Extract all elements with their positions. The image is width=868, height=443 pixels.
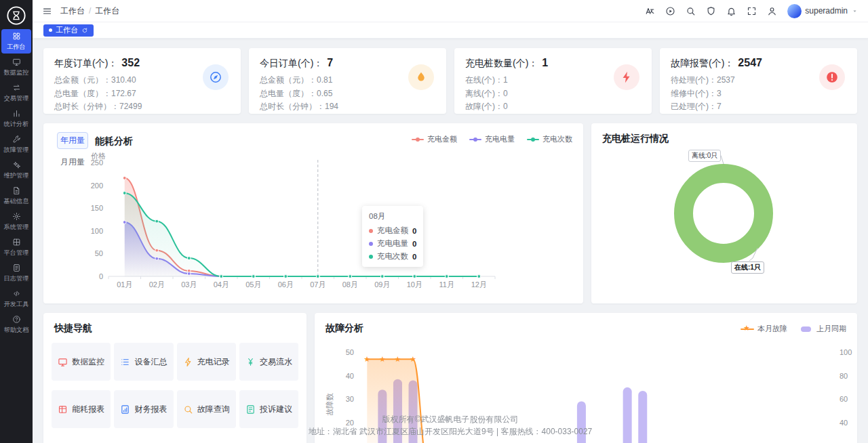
svg-text:08月: 08月	[342, 280, 358, 289]
caret-down-icon	[851, 7, 859, 15]
energy-card-title: 能耗分析	[95, 135, 133, 148]
chart-row: 年用量月用量 能耗分析 充电金额充电电量充电次数 价格0501001502002…	[43, 123, 857, 303]
shield-icon[interactable]	[706, 6, 716, 16]
bolt-icon	[614, 64, 639, 90]
monitor-icon	[12, 58, 21, 66]
stat-card-title: 年度订单(个)：352	[54, 57, 230, 70]
sidebar-item-data-monitor[interactable]: 数据监控	[1, 55, 31, 79]
content: 年度订单(个)：352总金额（元）：310.40总电量（度）：172.67总时长…	[33, 39, 868, 443]
stat-sub-row: 已处理(个)：7	[671, 100, 846, 114]
bell-icon[interactable]	[726, 6, 736, 16]
fault-chart-canvas[interactable]: 01020304050020406080100故障数故障数★★★★★★★★★★★…	[315, 333, 857, 443]
stat-card-fault-alarms: 故障报警(个)：2547待处理(个)：2537维修中(个)：3已处理(个)：7	[660, 48, 857, 114]
log-icon	[12, 263, 21, 272]
legend-label: 本月故障	[757, 324, 787, 334]
quicknav-transactions[interactable]: 交易流水	[239, 343, 298, 381]
code-icon	[12, 289, 21, 298]
svg-text:30: 30	[346, 395, 354, 403]
sidebar: 工作台数据监控交易管理统计分析故障管理维护管理基础信息系统管理平台管理日志管理开…	[0, 0, 33, 443]
drop-icon	[408, 64, 434, 90]
header: 工作台 / 工作台 superadmin	[33, 0, 868, 22]
sidebar-item-label: 维护管理	[4, 171, 29, 180]
report-icon	[120, 404, 130, 415]
quicknav-finance-report[interactable]: 财务报表	[114, 390, 173, 428]
tab-workbench[interactable]: 工作台	[43, 24, 94, 37]
fullscreen-icon[interactable]	[747, 6, 757, 16]
sidebar-item-workbench[interactable]: 工作台	[1, 29, 31, 54]
app-logo[interactable]	[6, 5, 26, 26]
bolt-outline-icon	[183, 357, 193, 367]
pile-label-offline: 离线:0只	[688, 150, 721, 162]
tooltip-row: 充电电量0	[369, 238, 416, 249]
stat-sub-row: 总时长（分钟）：194	[260, 100, 435, 114]
edit-icon	[245, 404, 256, 415]
legend-marker	[527, 137, 539, 142]
quicknav-card: 快捷导航 数据监控设备汇总充电记录交易流水能耗报表财务报表故障查询投诉建议	[43, 313, 307, 443]
trade-icon	[12, 83, 21, 92]
breadcrumb: 工作台 / 工作台	[60, 5, 119, 17]
user-menu[interactable]: superadmin	[787, 4, 859, 18]
sidebar-item-trade[interactable]: 交易管理	[1, 81, 31, 105]
quicknav-fault-query[interactable]: 故障查询	[177, 390, 236, 428]
stat-card-title: 故障报警(个)：2547	[671, 57, 846, 70]
energy-chart-canvas[interactable]: 价格05010015020025001月02月03月04月05月06月07月08…	[54, 150, 570, 294]
sidebar-item-fault[interactable]: 故障管理	[1, 132, 31, 156]
pile-label-online: 在线:1只	[731, 261, 764, 274]
quicknav-charge-records[interactable]: 充电记录	[177, 343, 236, 381]
sidebar-item-maintenance[interactable]: 维护管理	[1, 158, 31, 182]
chart-tooltip: 08月 充电金额0充电电量0充电次数0	[362, 206, 423, 267]
svg-text:0: 0	[99, 272, 103, 280]
svg-text:80: 80	[840, 372, 848, 380]
tab-active-dot	[49, 28, 52, 32]
svg-text:07月: 07月	[310, 280, 326, 289]
sidebar-item-devtools[interactable]: 开发工具	[1, 287, 31, 311]
sidebar-item-platform[interactable]: 平台管理	[1, 235, 31, 259]
quicknav-device-summary[interactable]: 设备汇总	[114, 343, 173, 381]
sidebar-item-logs[interactable]: 日志管理	[1, 261, 31, 285]
quicknav-complaints[interactable]: 投诉建议	[239, 390, 298, 428]
sidebar-item-label: 数据监控	[4, 68, 29, 77]
quicknav-data-monitor[interactable]: 数据监控	[52, 343, 111, 381]
sidebar-item-label: 系统管理	[4, 223, 29, 232]
gear-icon	[12, 212, 21, 221]
fault-legend: ★本月故障上月同期	[741, 324, 846, 334]
legend-item[interactable]: 上月同期	[800, 324, 846, 334]
locale-icon[interactable]	[645, 6, 655, 16]
tooltip-title: 08月	[369, 211, 416, 222]
legend-item[interactable]: 充电电量	[469, 134, 515, 144]
pile-chart-canvas[interactable]	[591, 123, 857, 303]
svg-text:故障数: 故障数	[326, 394, 334, 416]
workbench-icon	[12, 32, 21, 41]
energy-tab-year[interactable]: 年用量	[57, 132, 88, 149]
legend-item[interactable]: 充电金额	[412, 134, 457, 144]
stat-title-text: 充电桩数量(个)：	[465, 58, 538, 70]
legend-item[interactable]: ★本月故障	[741, 324, 787, 334]
energy-tabs: 年用量月用量	[57, 132, 88, 171]
sidebar-item-label: 基础信息	[4, 197, 29, 206]
stat-cards: 年度订单(个)：352总金额（元）：310.40总电量（度）：172.67总时长…	[43, 48, 857, 114]
quicknav-label: 财务报表	[134, 404, 167, 415]
sidebar-item-stats[interactable]: 统计分析	[1, 106, 31, 131]
svg-text:★: ★	[363, 355, 370, 363]
guide-icon[interactable]	[665, 6, 675, 16]
stat-title-text: 年度订单(个)：	[54, 58, 117, 70]
legend-label: 上月同期	[816, 324, 846, 334]
refresh-icon[interactable]	[81, 27, 88, 34]
legend-item[interactable]: 充电次数	[527, 134, 572, 144]
search-icon[interactable]	[686, 6, 696, 16]
sidebar-item-label: 交易管理	[4, 94, 29, 103]
user-icon[interactable]	[767, 6, 777, 16]
quicknav-energy-report[interactable]: 能耗报表	[52, 390, 111, 428]
doc-icon	[12, 186, 21, 195]
breadcrumb-item[interactable]: 工作台	[60, 5, 85, 17]
sidebar-item-base-info[interactable]: 基础信息	[1, 184, 31, 208]
svg-text:02月: 02月	[149, 280, 165, 289]
energy-tab-month[interactable]: 月用量	[57, 154, 88, 171]
menu-toggle-icon[interactable]	[42, 6, 52, 16]
svg-text:40: 40	[840, 419, 848, 427]
sidebar-item-help[interactable]: 帮助文档	[1, 312, 31, 337]
svg-text:50: 50	[346, 348, 354, 356]
sidebar-item-system[interactable]: 系统管理	[1, 209, 31, 234]
svg-text:★: ★	[395, 355, 401, 363]
energy-legend: 充电金额充电电量充电次数	[412, 134, 572, 144]
